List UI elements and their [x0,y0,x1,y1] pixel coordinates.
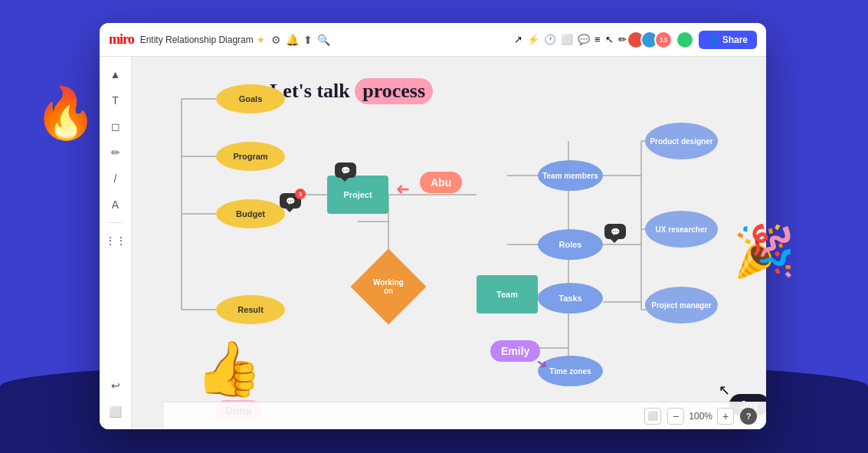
settings-icon[interactable]: ⚙ [271,34,281,46]
chat-bubble-budget[interactable]: 💬 3 [280,193,301,208]
toolbar-left: miro Entity Relationship Diagram ★ ⚙ 🔔 ⬆… [109,31,508,48]
tool-menu-icon[interactable]: ≡ [594,34,601,45]
node-project: Project [327,176,388,214]
node-working-on-label: Working on [373,278,404,295]
upload-icon[interactable]: ⬆ [303,34,313,46]
sidebar-sticky-tool[interactable]: A [104,193,127,216]
sidebar-line-tool[interactable]: / [104,167,127,190]
node-product-designer: Product designer [645,123,718,159]
share-button[interactable]: 👤 Share [699,31,757,49]
party-sticker: 🎉 [733,222,795,281]
zoom-in-button[interactable]: + [717,408,734,425]
sidebar-undo-tool[interactable]: ↩ [104,374,127,397]
node-team: Team [477,275,538,313]
sidebar-text-tool[interactable]: T [104,89,127,112]
node-result: Result [216,295,285,324]
sidebar-pen-tool[interactable]: ✏ [104,141,127,164]
star-icon: ★ [257,34,265,45]
label-abu: Abu [420,172,462,193]
avatar-3 [676,31,694,49]
diagram-title: Entity Relationship Diagram ★ [140,34,265,45]
tool-edit-icon[interactable]: ✏ [618,34,627,45]
sidebar-frame-tool[interactable]: ⬜ [104,400,127,423]
cursor-joy: ↖ [719,382,730,399]
tool-cursor-icon[interactable]: ↖ [605,34,614,45]
zoom-controls: − 100% + [667,408,734,425]
label-emily: Emily [490,340,540,362]
node-goals: Goals [216,84,285,113]
tool-arrow-icon[interactable]: ↗ [514,34,522,45]
toolbar: miro Entity Relationship Diagram ★ ⚙ 🔔 ⬆… [100,23,766,57]
node-project-manager: Project manager [645,287,718,323]
chat-bubble-roles[interactable]: 💬 [604,224,626,239]
thumbs-up-sticker: 👍 [195,337,262,400]
canvas-title: Let's talk process [270,78,433,104]
sidebar-divider [108,222,123,223]
chat-badge: 3 [295,189,306,199]
sidebar-grid-tool[interactable]: ⋮⋮ [104,229,127,252]
node-ux-researcher: UX researcher [645,211,718,248]
node-roles: Roles [538,229,603,260]
title-highlight: process [355,78,433,104]
panel-toggle-button[interactable]: ⬜ [644,408,661,425]
zoom-level: 100% [689,411,712,422]
node-budget: Budget [216,199,285,228]
node-program: Program [216,142,285,171]
tool-clock-icon[interactable]: 🕐 [544,34,556,45]
node-working-on-container: Working on [362,260,415,313]
avatar-group: 13 [631,31,694,49]
chat-bubble-project[interactable]: 💬 [335,162,356,178]
share-icon: 👤 [708,34,719,45]
toolbar-right: ↗ ⚡ 🕐 ⬜ 💬 ≡ ↖ ✏ 13 👤 Share [514,31,757,49]
tool-lightning-icon[interactable]: ⚡ [527,34,539,45]
sidebar-select-tool[interactable]: ▲ [104,63,127,86]
search-icon[interactable]: 🔍 [317,34,330,46]
miro-logo: miro [109,31,134,48]
fire-sticker: 🔥 [34,84,97,143]
node-team-members: Team members [538,160,603,191]
avatar-count: 13 [654,31,673,49]
tool-screen-icon[interactable]: ⬜ [561,34,573,45]
tool-chat-icon[interactable]: 💬 [578,34,590,45]
toolbar-icons: ⚙ 🔔 ⬆ 🔍 [271,34,330,46]
arrow-abu: ➜ [396,179,410,199]
node-tasks: Tasks [538,283,603,313]
left-sidebar: ▲ T ◻ ✏ / A ⋮⋮ ↩ ⬜ [100,57,132,429]
bottom-bar: ⬜ − 100% + ? [164,402,766,429]
zoom-out-button[interactable]: − [667,408,684,425]
sidebar-shape-tool[interactable]: ◻ [104,115,127,138]
notifications-icon[interactable]: 🔔 [286,34,299,46]
help-button[interactable]: ? [740,408,757,425]
